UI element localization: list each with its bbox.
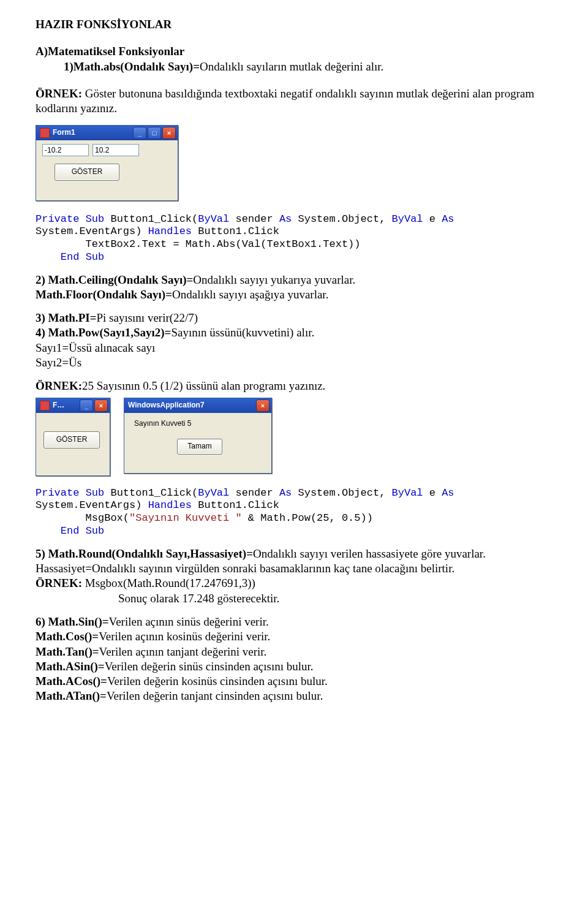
f-window: F… _ × GÖSTER [36, 398, 110, 476]
item6-atan-label: Math.ATan()= [36, 689, 107, 702]
maximize-button[interactable]: □ [148, 127, 161, 139]
code-block-1: Private Sub Button1_Click(ByVal sender A… [36, 213, 552, 264]
f-min-button[interactable]: _ [80, 399, 93, 412]
item3-desc: Pi sayısını verir(22/7) [96, 311, 198, 324]
f-close-button[interactable]: × [94, 399, 108, 412]
item6-tan-label: Math.Tan()= [36, 645, 99, 658]
form1-titlebar: Form1 _ □ × [36, 126, 178, 140]
popup-close-button[interactable]: × [256, 399, 270, 412]
textbox2[interactable] [92, 144, 139, 156]
item2-desc: Ondalıklı sayıyı yukarıya yuvarlar. [193, 273, 355, 286]
item6-atan-desc: Verilen değerin tanjant cinsinden açısın… [107, 689, 323, 702]
item1-desc: Ondalıklı sayıların mutlak değerini alır… [200, 60, 383, 73]
form1-icon [40, 128, 50, 138]
item4-label: 4) Math.Pow(Sayı1,Sayı2)= [36, 326, 171, 339]
goster-button-2[interactable]: GÖSTER [43, 431, 100, 449]
item1-label: 1)Math.abs(Ondalık Sayı)= [64, 60, 200, 73]
item4-line3: Sayı2=Üs [36, 356, 81, 369]
item2-label: 2) Math.Ceiling(Ondalık Sayı)= [36, 273, 193, 286]
item6-asin-label: Math.ASin()= [36, 660, 105, 673]
minimize-button[interactable]: _ [133, 127, 146, 139]
form1-title: Form1 [53, 128, 75, 137]
form1-window: Form1 _ □ × GÖSTER [36, 125, 178, 201]
textbox1[interactable] [42, 144, 89, 156]
item6-cos-label: Math.Cos()= [36, 630, 99, 643]
item6-acos-desc: Verilen değerin kosinüs cinsinden açısın… [107, 675, 328, 687]
item4-desc: Sayının üssünü(kuvvetini) alır. [171, 326, 314, 339]
example1-label: ÖRNEK: [36, 87, 85, 100]
f-title: F… [53, 401, 64, 410]
ok-button[interactable]: Tamam [177, 439, 222, 455]
item5-line2: Hassasiyet=Ondalıklı sayının virgülden s… [36, 562, 454, 575]
item6-asin-desc: Verilen değerin sinüs cinsinden açısını … [105, 660, 314, 673]
popup-text: Sayının Kuvveti 5 [134, 419, 191, 428]
close-button[interactable]: × [162, 127, 176, 139]
item2b-label: Math.Floor(Ondalık Sayı)= [36, 288, 172, 301]
goster-button[interactable]: GÖSTER [55, 164, 119, 181]
example2-text: 25 Sayısının 0.5 (1/2) üssünü alan progr… [82, 379, 325, 392]
item6-cos-desc: Verilen açının kosinüs değerini verir. [99, 630, 270, 643]
item5-label: 5) Math.Round(Ondalıklı Sayı,Hassasiyet)… [36, 547, 253, 560]
item6-sin-desc: Verilen açının sinüs değerini verir. [109, 615, 269, 628]
example1-text: Göster butonuna basıldığında textboxtaki… [36, 87, 534, 115]
page-title: HAZIR FONKSİYONLAR [36, 17, 552, 32]
item4-line2: Sayı1=Üssü alınacak sayı [36, 341, 155, 354]
f-titlebar: F… _ × [36, 398, 110, 413]
popup-titlebar: WindowsApplication7 × [124, 398, 271, 413]
item5-ex-label: ÖRNEK: [36, 577, 85, 589]
item6-tan-desc: Verilen açının tanjant değerini verir. [99, 645, 267, 658]
item6-acos-label: Math.ACos()= [36, 675, 107, 687]
item2b-desc: Ondalıklı sayıyı aşağıya yuvarlar. [172, 288, 328, 301]
item5-ex-text: Msgbox(Math.Round(17.247691,3)) [85, 577, 255, 589]
section-a-title: A)Matematiksel Fonksiyonlar [36, 44, 552, 59]
item6-sin-label: 6) Math.Sin()= [36, 615, 109, 628]
f-icon [40, 401, 50, 411]
code-block-2: Private Sub Button1_Click(ByVal sender A… [36, 487, 552, 538]
example1: ÖRNEK: Göster butonuna basıldığında text… [36, 86, 552, 116]
item5-result: Sonuç olarak 17.248 gösterecektir. [118, 592, 279, 605]
message-box: WindowsApplication7 × Sayının Kuvveti 5 … [124, 398, 272, 474]
item3-label: 3) Math.PI= [36, 311, 96, 324]
example2-label: ÖRNEK: [36, 379, 82, 392]
popup-title: WindowsApplication7 [128, 401, 205, 410]
item5-desc: Ondalıklı sayıyı verilen hassasiyete gör… [253, 547, 486, 560]
